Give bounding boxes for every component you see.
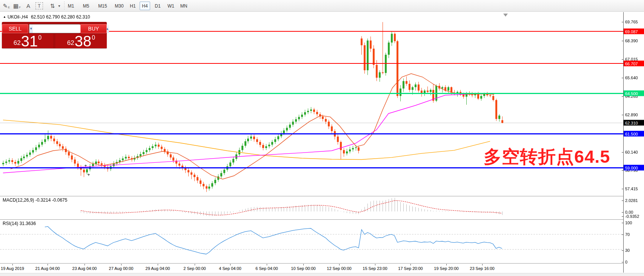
indicator-tick-label: -0.9352 <box>625 214 639 219</box>
price-level-badge: 62.310 <box>624 120 644 126</box>
panel-splitter[interactable] <box>0 219 623 220</box>
buy-button[interactable]: BUY <box>80 24 107 33</box>
x-tick-mark <box>267 264 267 265</box>
x-tick-label: 6 Sep 04:00 <box>255 266 278 271</box>
timeframe-button-d1[interactable]: D1 <box>152 2 163 10</box>
arrange-symbols-icon[interactable]: ⇅ <box>48 1 57 11</box>
x-tick-label: 2 Sep 00:00 <box>183 266 206 271</box>
price-level-badge: 69.087 <box>624 29 644 34</box>
x-tick-mark <box>158 264 158 265</box>
text-label-icon[interactable]: A <box>23 1 33 11</box>
y-tick-mark <box>622 96 623 97</box>
ohlc-readout: 62.510 62.790 62.280 62.310 <box>31 14 90 20</box>
sell-button[interactable]: SELL <box>2 24 28 33</box>
y-tick-label: 60.140 <box>625 150 638 154</box>
indicator-tick-label: 100 <box>625 220 632 225</box>
timeframe-button-w1[interactable]: W1 <box>165 2 177 10</box>
rsi-label: RSI(14) 31.3636 <box>3 221 36 226</box>
chart-annotation-text: 多空转折点64.5 <box>484 145 610 169</box>
y-tick-mark <box>622 59 623 60</box>
x-tick-label: 4 Sep 04:00 <box>219 266 241 271</box>
timeframe-button-m15[interactable]: M15 <box>96 2 109 10</box>
y-tick-mark <box>622 170 623 171</box>
price-level-badge: 61.500 <box>624 131 644 137</box>
buy-price[interactable]: 62380 <box>55 34 107 48</box>
macd-indicator-panel[interactable] <box>0 197 623 219</box>
y-tick-label: 65.640 <box>625 76 638 80</box>
indicator-tick-label: 70 <box>625 232 630 237</box>
collapse-triangle-icon[interactable]: ▲ <box>3 15 6 19</box>
x-tick-label: 10 Sep 00:00 <box>291 266 315 271</box>
time-axis-line <box>0 263 623 264</box>
toolbar: ✎E ▦F A T ⇅ ▾ M1M5M15M30H1H4D1W1MN <box>0 0 644 12</box>
timeframe-button-h1[interactable]: H1 <box>128 2 138 10</box>
toolbar-separator <box>64 2 65 10</box>
price-level-badge: 59.000 <box>624 165 644 171</box>
object-anchor-mark[interactable]: + <box>87 172 90 177</box>
x-tick-mark <box>482 264 483 265</box>
status-strip <box>0 273 644 276</box>
indicator-tick-label: 30 <box>625 248 630 253</box>
one-click-trade-widget: SELL ▼ ▲ BUY 62310 62380 <box>2 22 107 48</box>
x-tick-mark <box>339 264 340 265</box>
y-tick-mark <box>622 78 623 78</box>
y-tick-label: 62.890 <box>625 113 638 117</box>
y-tick-mark <box>622 200 623 201</box>
y-tick-label: 68.390 <box>625 39 638 43</box>
timeframe-button-h4[interactable]: H4 <box>140 2 150 10</box>
y-tick-label: 57.415 <box>625 187 638 191</box>
chevron-down-icon[interactable]: ▾ <box>57 1 62 11</box>
timeframe-button-m5[interactable]: M5 <box>81 2 91 10</box>
y-tick-mark <box>622 22 623 22</box>
symbol-title: ▲UKOil-,H462.510 62.790 62.280 62.310 <box>3 14 90 20</box>
indicator-tick-label: 0 <box>625 260 627 264</box>
fibonacci-grid-icon[interactable]: ▦F <box>12 1 22 11</box>
y-tick-mark <box>622 212 623 213</box>
price-axis-line <box>623 12 624 273</box>
price-level-badge: 64.500 <box>624 91 644 96</box>
y-tick-mark <box>622 41 623 41</box>
x-tick-label: 29 Aug 04:00 <box>146 266 170 271</box>
x-tick-label: 19 Aug 2019 <box>1 266 24 271</box>
x-tick-mark <box>121 264 121 265</box>
timeframe-button-m1[interactable]: M1 <box>66 2 76 10</box>
symbol-name: UKOil-,H4 <box>8 14 28 20</box>
rsi-indicator-panel[interactable] <box>0 220 623 264</box>
x-tick-label: 23 Aug 04:00 <box>72 266 97 271</box>
y-tick-mark <box>622 262 623 262</box>
text-box-icon[interactable]: T <box>35 2 43 9</box>
x-tick-label: 27 Aug 00:00 <box>109 266 134 271</box>
x-tick-label: 21 Aug 04:00 <box>35 266 60 271</box>
y-tick-mark <box>622 189 623 189</box>
y-tick-mark <box>622 223 623 223</box>
y-tick-mark <box>622 152 623 153</box>
x-tick-label: 19 Sep 20:00 <box>434 266 458 271</box>
object-anchor-mark[interactable]: + <box>84 163 87 168</box>
volume-decrease-button[interactable]: ▼ <box>29 25 33 33</box>
timeframe-button-mn[interactable]: MN <box>178 2 189 10</box>
x-tick-label: 23 Sep 16:00 <box>470 266 494 271</box>
x-tick-mark <box>12 264 13 265</box>
x-tick-label: 15 Sep 23:00 <box>363 266 387 271</box>
macd-label: MACD(12,26,9) -0.3214 -0.0675 <box>3 197 67 203</box>
x-tick-mark <box>195 264 195 265</box>
price-level-badge: 66.707 <box>624 61 644 66</box>
chart-shift-marker-icon[interactable] <box>503 14 508 17</box>
indicator-tick-label: 2.0281 <box>625 198 638 203</box>
x-tick-mark <box>48 264 48 265</box>
x-tick-mark <box>230 264 231 265</box>
y-tick-mark <box>622 115 623 115</box>
draw-crayon-icon[interactable]: ✎E <box>2 1 11 11</box>
y-tick-mark <box>622 216 623 217</box>
y-tick-mark <box>622 250 623 251</box>
sell-price[interactable]: 62310 <box>2 34 53 48</box>
x-tick-mark <box>375 264 375 265</box>
x-tick-mark <box>446 264 447 265</box>
y-tick-mark <box>622 234 623 235</box>
x-tick-label: 17 Sep 20:00 <box>398 266 423 271</box>
x-tick-mark <box>410 264 411 265</box>
timeframe-button-m30[interactable]: M30 <box>113 2 126 10</box>
x-tick-label: 12 Sep 00:00 <box>327 266 351 271</box>
x-tick-mark <box>85 264 85 265</box>
volume-box: ▼ ▲ <box>29 24 80 33</box>
